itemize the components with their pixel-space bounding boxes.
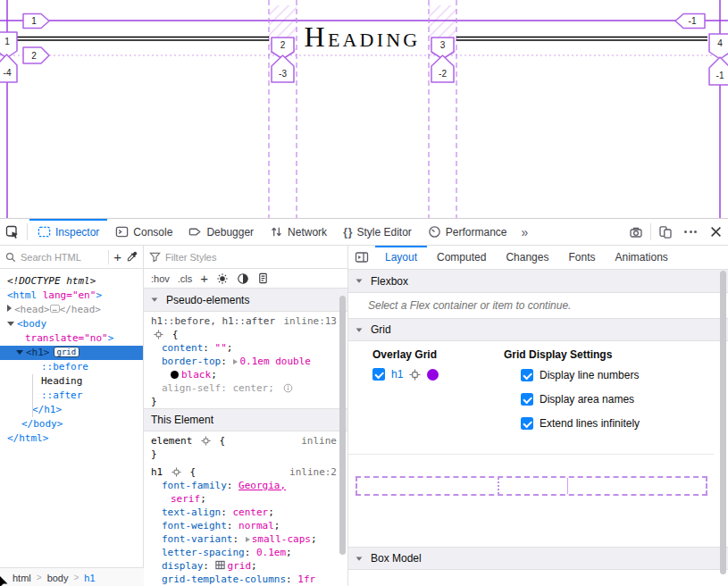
search-input[interactable]: Search HTML bbox=[21, 252, 104, 263]
decl-display[interactable]: display: grid; bbox=[144, 559, 347, 573]
decl-font-variant[interactable]: font-variant: small-caps; bbox=[144, 532, 347, 546]
chevron-double-icon: » bbox=[522, 225, 529, 239]
class-toggle[interactable]: .cls bbox=[178, 273, 193, 284]
extend-lines-infinitely-checkbox[interactable] bbox=[521, 417, 533, 430]
print-media-sim-icon[interactable] bbox=[257, 272, 269, 284]
tree-row-h1-close[interactable]: </h1> bbox=[0, 403, 143, 417]
decl-content[interactable]: content: ""; bbox=[144, 341, 347, 355]
decl-font-weight[interactable]: font-weight: normal; bbox=[144, 519, 347, 532]
tree-row-h1-selected[interactable]: <h1>grid bbox=[0, 346, 143, 360]
tab-computed[interactable]: Computed bbox=[427, 246, 496, 269]
element-rules: element { inline } h1 bbox=[144, 431, 347, 586]
tab-animations[interactable]: Animations bbox=[605, 246, 677, 269]
tab-changes[interactable]: Changes bbox=[496, 246, 558, 269]
decl-border-top[interactable]: border-top: 0.1em double bbox=[144, 355, 347, 368]
pseudo-class-toggle[interactable]: :hov bbox=[151, 273, 170, 284]
rule-location-link[interactable]: inline:13 bbox=[283, 314, 337, 328]
tree-row-html-close[interactable]: </html> bbox=[0, 431, 143, 446]
grid-outline-preview[interactable] bbox=[356, 476, 707, 496]
grid-outline-divider bbox=[348, 454, 714, 455]
mouse-cursor bbox=[0, 574, 11, 586]
decl-align-self-inactive[interactable]: align-self: center; bbox=[144, 381, 347, 395]
expand-value-icon[interactable] bbox=[233, 359, 238, 364]
collapse-icon[interactable] bbox=[7, 322, 14, 326]
meatball-menu-button[interactable] bbox=[678, 219, 703, 245]
overlay-grid-checkbox[interactable] bbox=[372, 368, 385, 381]
grid-color-swatch[interactable] bbox=[427, 369, 439, 381]
tree-row-text[interactable]: Heading bbox=[0, 374, 143, 389]
light-theme-sim-icon[interactable] bbox=[216, 272, 229, 285]
sidebar-toggle-button[interactable] bbox=[348, 246, 375, 269]
grid-toggle-icon[interactable] bbox=[215, 560, 225, 570]
tab-layout[interactable]: Layout bbox=[375, 246, 427, 269]
decl-text-align[interactable]: text-align: center; bbox=[144, 506, 347, 519]
selector-highlighter-icon[interactable] bbox=[201, 436, 211, 446]
badge-label: -3 bbox=[279, 69, 287, 79]
screenshot-button[interactable] bbox=[623, 219, 649, 245]
rule-selector[interactable]: h1::before, h1::after inline:13 bbox=[144, 314, 347, 328]
pick-element-button[interactable] bbox=[0, 219, 25, 245]
add-rule-button[interactable]: + bbox=[200, 274, 208, 283]
decl-border-top-wrap[interactable]: black; bbox=[144, 368, 347, 381]
performance-icon bbox=[428, 225, 441, 239]
section-box-model[interactable]: Box Model bbox=[348, 547, 728, 570]
breadcrumb-item-body[interactable]: body bbox=[47, 573, 69, 583]
rule-open: { bbox=[144, 328, 347, 341]
overlay-grid-item: h1 bbox=[372, 368, 439, 381]
tab-network[interactable]: Network bbox=[262, 219, 335, 245]
expand-icon[interactable] bbox=[7, 305, 12, 312]
eyedropper-button[interactable] bbox=[126, 251, 138, 263]
tree-row-doctype[interactable]: <!DOCTYPE html> bbox=[0, 274, 143, 289]
devtools-panel: Inspector Console Debugger bbox=[0, 218, 728, 586]
tree-row-body-close[interactable]: </body> bbox=[0, 417, 143, 431]
filter-styles-input[interactable]: Filter Styles bbox=[165, 252, 216, 263]
more-options-icon bbox=[684, 230, 697, 233]
font-link[interactable]: Georgia, bbox=[238, 480, 286, 491]
tree-row-html-open[interactable]: <html lang="en"> bbox=[0, 289, 143, 303]
close-devtools-button[interactable] bbox=[703, 219, 728, 245]
add-node-button[interactable]: + bbox=[113, 252, 121, 263]
tab-inspector[interactable]: Inspector bbox=[29, 219, 107, 245]
selector-highlighter-icon[interactable] bbox=[172, 467, 181, 477]
inactive-info-icon[interactable] bbox=[283, 383, 293, 393]
setting-extend-lines: Extend lines infinitely bbox=[521, 417, 640, 430]
tree-row-head-collapsed[interactable]: <head>…</head> bbox=[0, 303, 143, 317]
rule-location-link[interactable]: inline bbox=[301, 434, 337, 448]
tab-fonts[interactable]: Fonts bbox=[558, 246, 605, 269]
tree-row-body-attr[interactable]: translate="no"> bbox=[0, 331, 143, 346]
tree-row-after[interactable]: ::after bbox=[0, 389, 143, 403]
rule-location-link[interactable]: inline:2 bbox=[289, 465, 337, 479]
tree-row-before[interactable]: ::before bbox=[0, 360, 143, 374]
decl-font-family[interactable]: font-family: Georgia, bbox=[144, 479, 347, 492]
tab-performance[interactable]: Performance bbox=[420, 219, 515, 245]
tab-console[interactable]: Console bbox=[107, 219, 180, 245]
tab-style-editor[interactable]: { } Style Editor bbox=[335, 219, 420, 245]
tree-row-body-open[interactable]: <body bbox=[0, 317, 143, 331]
grid-badge[interactable]: grid bbox=[54, 347, 80, 357]
selector-highlighter-icon[interactable] bbox=[154, 330, 163, 339]
decl-letter-spacing[interactable]: letter-spacing: 0.1em; bbox=[144, 546, 347, 559]
tab-overflow-button[interactable]: » bbox=[515, 219, 535, 245]
display-area-names-checkbox[interactable] bbox=[521, 393, 533, 406]
layout-scrollbar[interactable] bbox=[720, 271, 726, 574]
badge-label: 1 bbox=[31, 16, 37, 26]
rules-scrollbar[interactable] bbox=[339, 296, 346, 555]
section-flexbox[interactable]: Flexbox bbox=[348, 270, 728, 293]
decl-font-family-wrap[interactable]: serif; bbox=[144, 492, 347, 506]
collapsed-ellipsis[interactable]: … bbox=[50, 305, 60, 313]
dark-theme-sim-icon[interactable] bbox=[237, 272, 249, 285]
breadcrumb-item-html[interactable]: html bbox=[13, 573, 31, 583]
section-pseudo-elements[interactable]: Pseudo-elements bbox=[144, 289, 347, 312]
highlight-grid-icon[interactable] bbox=[409, 369, 421, 381]
color-swatch-black[interactable] bbox=[171, 371, 179, 379]
responsive-design-mode-button[interactable] bbox=[653, 219, 678, 245]
section-grid[interactable]: Grid bbox=[348, 318, 728, 341]
tab-debugger[interactable]: Debugger bbox=[180, 219, 262, 245]
collapse-icon[interactable] bbox=[16, 350, 23, 355]
breadcrumb-item-h1[interactable]: h1 bbox=[84, 573, 95, 583]
rule-selector-element[interactable]: element { inline bbox=[144, 434, 347, 448]
display-line-numbers-checkbox[interactable] bbox=[521, 369, 533, 381]
decl-grid-template-columns[interactable]: grid-template-columns: 1fr bbox=[144, 573, 347, 586]
expand-value-icon[interactable] bbox=[246, 537, 250, 542]
rule-selector-h1[interactable]: h1 { inline:2 bbox=[144, 465, 347, 479]
